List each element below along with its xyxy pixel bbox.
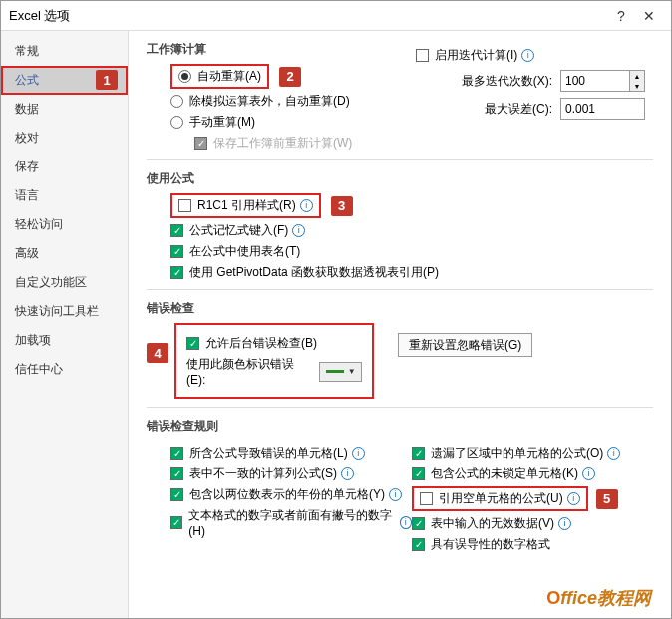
- info-icon[interactable]: i: [300, 199, 313, 212]
- section-formulas-title: 使用公式: [147, 170, 653, 187]
- enable-iteration-checkbox[interactable]: [416, 49, 429, 62]
- sidebar-item-advanced[interactable]: 高级: [1, 239, 128, 268]
- watermark-text: ffice教程网: [560, 588, 651, 608]
- rule1-label: 所含公式导致错误的单元格(L): [189, 445, 348, 462]
- rule3-checkbox[interactable]: [170, 488, 183, 501]
- autocomplete-label: 公式记忆式键入(F): [189, 222, 288, 239]
- auto-recalc-highlight: 自动重算(A): [170, 64, 269, 89]
- marker-5: 5: [596, 489, 618, 509]
- max-iter-input[interactable]: [560, 70, 630, 92]
- info-icon[interactable]: i: [341, 467, 354, 480]
- rule4-label: 文本格式的数字或者前面有撇号的数字(H): [188, 507, 395, 538]
- sidebar-item-proofing[interactable]: 校对: [1, 124, 128, 153]
- max-change-input[interactable]: [560, 98, 645, 120]
- bg-errcheck-checkbox[interactable]: [186, 337, 199, 350]
- dialog-body: 常规 公式 1 数据 校对 保存 语言 轻松访问 高级 自定义功能区 快速访问工…: [1, 31, 671, 618]
- options-dialog: Excel 选项 ? ✕ 常规 公式 1 数据 校对 保存 语言 轻松访问 高级…: [0, 0, 672, 619]
- r1c1-highlight: R1C1 引用样式(R) i: [170, 193, 321, 218]
- info-icon[interactable]: i: [607, 447, 620, 460]
- rule4-checkbox[interactable]: [170, 516, 182, 529]
- recalc-before-save-label: 保存工作簿前重新计算(W): [213, 135, 352, 152]
- watermark: Office教程网: [546, 586, 651, 610]
- iteration-group: 启用迭代计算(I) i 最多迭代次数(X): ▲▼ 最大误差(C):: [416, 41, 645, 126]
- recalc-before-save-checkbox: [194, 137, 207, 150]
- close-button[interactable]: ✕: [635, 8, 663, 24]
- sidebar-item-ease[interactable]: 轻松访问: [1, 210, 128, 239]
- sidebar-item-label: 公式: [15, 73, 39, 87]
- info-icon[interactable]: i: [389, 488, 402, 501]
- info-icon[interactable]: i: [352, 447, 365, 460]
- err-color-label: 使用此颜色标识错误(E):: [186, 356, 309, 387]
- sidebar-item-trust[interactable]: 信任中心: [1, 355, 128, 384]
- sidebar-item-data[interactable]: 数据: [1, 95, 128, 124]
- rule8-label: 表中输入的无效数据(V): [431, 515, 554, 532]
- dialog-title: Excel 选项: [9, 7, 607, 25]
- rule7-highlight: 引用空单元格的公式(U) i: [412, 486, 588, 511]
- info-icon[interactable]: i: [558, 517, 571, 530]
- sidebar-item-qat[interactable]: 快速访问工具栏: [1, 297, 128, 326]
- sidebar-item-formulas[interactable]: 公式 1: [1, 66, 128, 95]
- rule8-checkbox[interactable]: [412, 517, 425, 530]
- rule9-label: 具有误导性的数字格式: [431, 536, 550, 553]
- help-button[interactable]: ?: [607, 8, 635, 24]
- rule7-label: 引用空单元格的公式(U): [439, 490, 563, 507]
- max-iter-spinner[interactable]: ▲▼: [630, 70, 645, 92]
- reset-ignored-errors-button[interactable]: 重新设置忽略错误(G): [398, 333, 532, 357]
- sidebar-item-save[interactable]: 保存: [1, 153, 128, 181]
- table-names-checkbox[interactable]: [170, 245, 183, 258]
- rule6-label: 包含公式的未锁定单元格(K): [431, 465, 578, 482]
- marker-3: 3: [331, 196, 353, 216]
- err-color-picker[interactable]: ▼: [319, 362, 362, 382]
- getpivot-label: 使用 GetPivotData 函数获取数据透视表引用(P): [189, 264, 439, 281]
- max-change-label: 最大误差(C):: [416, 101, 560, 118]
- marker-2: 2: [279, 67, 301, 87]
- watermark-o: O: [546, 588, 560, 608]
- info-icon[interactable]: i: [400, 516, 412, 529]
- getpivot-checkbox[interactable]: [170, 266, 183, 279]
- errcheck-highlight: 允许后台错误检查(B) 使用此颜色标识错误(E): ▼: [174, 323, 374, 399]
- autocomplete-checkbox[interactable]: [170, 224, 183, 237]
- info-icon[interactable]: i: [521, 49, 534, 62]
- rule5-checkbox[interactable]: [412, 447, 425, 460]
- except-tables-radio[interactable]: [170, 95, 183, 108]
- sidebar-item-general[interactable]: 常规: [1, 37, 128, 66]
- rule3-label: 包含以两位数表示的年份的单元格(Y): [189, 486, 385, 503]
- marker-1: 1: [96, 70, 118, 90]
- r1c1-checkbox[interactable]: [178, 199, 191, 212]
- marker-4: 4: [147, 343, 168, 363]
- bg-errcheck-label: 允许后台错误检查(B): [205, 335, 317, 352]
- manual-recalc-radio[interactable]: [170, 116, 183, 129]
- rule9-checkbox[interactable]: [412, 538, 425, 551]
- table-names-label: 在公式中使用表名(T): [189, 243, 300, 260]
- rule7-checkbox[interactable]: [420, 492, 433, 505]
- rules-group: 所含公式导致错误的单元格(L)i 表中不一致的计算列公式(S)i 包含以两位数表…: [170, 441, 653, 557]
- rule6-checkbox[interactable]: [412, 467, 425, 480]
- info-icon[interactable]: i: [567, 492, 580, 505]
- titlebar: Excel 选项 ? ✕: [1, 1, 671, 31]
- info-icon[interactable]: i: [582, 467, 595, 480]
- rule2-label: 表中不一致的计算列公式(S): [189, 465, 337, 482]
- category-sidebar: 常规 公式 1 数据 校对 保存 语言 轻松访问 高级 自定义功能区 快速访问工…: [1, 31, 129, 618]
- auto-recalc-label: 自动重算(A): [197, 68, 261, 85]
- info-icon[interactable]: i: [292, 224, 305, 237]
- manual-recalc-label: 手动重算(M): [189, 114, 255, 131]
- sidebar-item-customize-ribbon[interactable]: 自定义功能区: [1, 268, 128, 297]
- section-rules-title: 错误检查规则: [147, 418, 653, 435]
- color-swatch: [326, 370, 344, 373]
- rule5-label: 遗漏了区域中的单元格的公式(O): [431, 445, 603, 462]
- r1c1-label: R1C1 引用样式(R): [197, 197, 296, 214]
- max-iter-label: 最多迭代次数(X):: [416, 73, 560, 90]
- chevron-down-icon: ▼: [348, 367, 356, 376]
- auto-recalc-radio[interactable]: [178, 70, 191, 83]
- section-errcheck-title: 错误检查: [147, 300, 653, 317]
- sidebar-item-addins[interactable]: 加载项: [1, 326, 128, 355]
- sidebar-item-language[interactable]: 语言: [1, 181, 128, 210]
- except-tables-label: 除模拟运算表外，自动重算(D): [189, 93, 350, 110]
- content-panel: 工作簿计算 启用迭代计算(I) i 最多迭代次数(X): ▲▼ 最大误差(C):: [129, 31, 671, 618]
- rule2-checkbox[interactable]: [170, 467, 183, 480]
- rule1-checkbox[interactable]: [170, 447, 183, 460]
- enable-iteration-label: 启用迭代计算(I): [435, 47, 517, 64]
